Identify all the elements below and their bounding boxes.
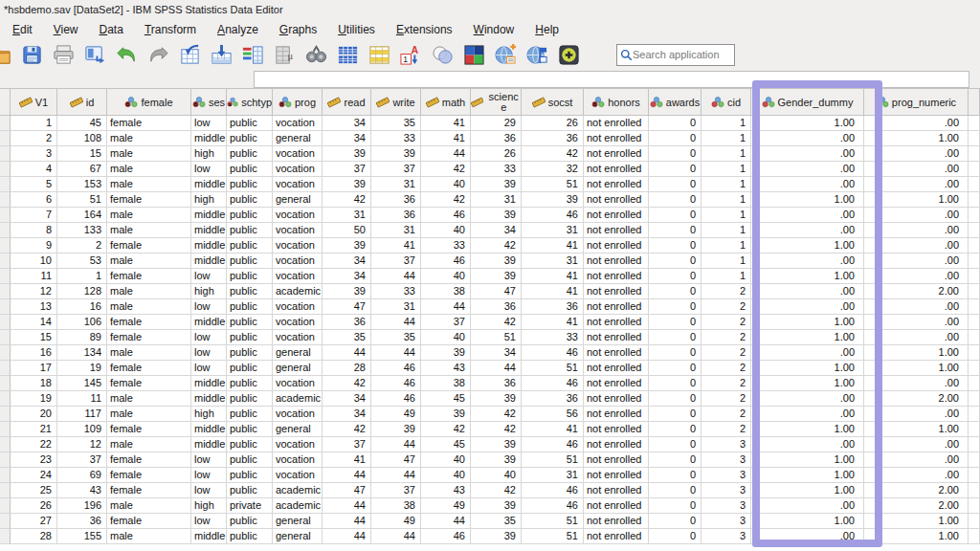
cell-socst-row24[interactable]: 31 bbox=[522, 468, 584, 483]
cell-science-row26[interactable]: 39 bbox=[471, 498, 522, 514]
search-application-input[interactable] bbox=[633, 49, 728, 60]
row-selector[interactable] bbox=[0, 330, 11, 345]
cell-female-row10[interactable]: male bbox=[107, 253, 191, 269]
cell-cid-row18[interactable]: 2 bbox=[702, 376, 751, 391]
cell-write-row3[interactable]: 39 bbox=[371, 146, 421, 162]
cell-cid-row9[interactable]: 1 bbox=[702, 238, 751, 253]
cell-schtyp-row3[interactable]: public bbox=[227, 146, 273, 162]
cell-id-row24[interactable]: 69 bbox=[57, 468, 107, 483]
cell-honors-row9[interactable]: not enrolled bbox=[584, 238, 649, 253]
cell-schtyp-row5[interactable]: public bbox=[227, 177, 273, 192]
cell-socst-row3[interactable]: 42 bbox=[522, 146, 584, 162]
cell-schtyp-row15[interactable]: public bbox=[227, 330, 273, 345]
cell-schtyp-row11[interactable]: public bbox=[227, 269, 273, 284]
cell-V1-row22[interactable]: 22 bbox=[11, 437, 57, 452]
cell-id-row15[interactable]: 89 bbox=[57, 330, 107, 345]
cell-id-row4[interactable]: 67 bbox=[57, 162, 107, 177]
cell-female-row6[interactable]: female bbox=[107, 192, 191, 208]
cell-science-row6[interactable]: 31 bbox=[471, 192, 522, 208]
cell-math-row2[interactable]: 41 bbox=[421, 131, 471, 146]
cell-math-row15[interactable]: 40 bbox=[421, 330, 471, 345]
cell-socst-row11[interactable]: 41 bbox=[522, 269, 584, 284]
column-header-awards[interactable]: awards bbox=[649, 89, 702, 116]
cell-awards-row10[interactable]: 0 bbox=[649, 253, 702, 269]
cell-socst-row20[interactable]: 56 bbox=[522, 407, 584, 422]
cell-female-row1[interactable]: female bbox=[107, 116, 191, 131]
cell-ses-row28[interactable]: middle bbox=[191, 529, 227, 544]
cell-read-row6[interactable]: 42 bbox=[323, 192, 371, 208]
cell-id-row14[interactable]: 106 bbox=[57, 315, 107, 330]
cell-socst-row5[interactable]: 51 bbox=[522, 177, 584, 192]
cell-awards-row13[interactable]: 0 bbox=[649, 299, 702, 315]
cell-awards-row5[interactable]: 0 bbox=[649, 177, 702, 192]
cell-read-row23[interactable]: 41 bbox=[323, 452, 371, 468]
cell-V1-row24[interactable]: 24 bbox=[11, 468, 57, 483]
menu-help[interactable]: Help bbox=[524, 20, 569, 39]
menu-data[interactable]: Data bbox=[89, 20, 134, 39]
cell-prog-row8[interactable]: vocation bbox=[273, 223, 323, 238]
cell-awards-row12[interactable]: 0 bbox=[649, 284, 702, 299]
value-labels-icon[interactable]: 1A bbox=[398, 42, 423, 67]
cell-V1-row23[interactable]: 23 bbox=[11, 452, 57, 468]
cell-socst-row10[interactable]: 31 bbox=[522, 253, 584, 269]
cell-cid-row4[interactable]: 1 bbox=[702, 162, 751, 177]
cell-honors-row10[interactable]: not enrolled bbox=[584, 253, 649, 269]
cell-id-row17[interactable]: 19 bbox=[57, 361, 107, 376]
cell-female-row15[interactable]: female bbox=[107, 330, 191, 345]
cell-honors-row1[interactable]: not enrolled bbox=[584, 116, 649, 131]
cell-honors-row20[interactable]: not enrolled bbox=[584, 407, 649, 422]
cell-cid-row28[interactable]: 3 bbox=[702, 529, 751, 544]
cell-prog-row7[interactable]: vocation bbox=[273, 208, 323, 223]
cell-read-row9[interactable]: 39 bbox=[323, 238, 371, 253]
cell-cid-row22[interactable]: 3 bbox=[702, 437, 751, 452]
cell-cid-row26[interactable]: 3 bbox=[702, 498, 751, 514]
cell-awards-row28[interactable]: 0 bbox=[649, 529, 702, 544]
cell-ses-row14[interactable]: middle bbox=[191, 315, 227, 330]
row-selector[interactable] bbox=[0, 116, 11, 131]
row-selector[interactable] bbox=[0, 483, 11, 498]
cell-awards-row26[interactable]: 0 bbox=[649, 498, 702, 514]
goto-case-icon[interactable] bbox=[177, 42, 202, 67]
cell-science-row13[interactable]: 36 bbox=[471, 299, 522, 315]
cell-math-row1[interactable]: 41 bbox=[421, 116, 471, 131]
cell-V1-row7[interactable]: 7 bbox=[11, 208, 57, 223]
cell-V1-row10[interactable]: 10 bbox=[11, 253, 57, 269]
cell-prog-row13[interactable]: vocation bbox=[273, 299, 323, 315]
cell-V1-row27[interactable]: 27 bbox=[11, 514, 57, 529]
cell-schtyp-row22[interactable]: public bbox=[227, 437, 273, 452]
cell-V1-row3[interactable]: 3 bbox=[11, 146, 57, 162]
column-header-math[interactable]: math bbox=[421, 89, 471, 116]
row-header-corner[interactable] bbox=[0, 89, 11, 116]
menu-transform[interactable]: Transform bbox=[134, 20, 207, 39]
cell-science-row11[interactable]: 39 bbox=[471, 269, 522, 284]
cell-science-row8[interactable]: 34 bbox=[471, 223, 522, 238]
cell-socst-row21[interactable]: 41 bbox=[522, 422, 584, 437]
row-selector[interactable] bbox=[0, 284, 11, 299]
cell-math-row20[interactable]: 39 bbox=[421, 407, 471, 422]
cell-math-row8[interactable]: 40 bbox=[421, 223, 471, 238]
cell-socst-row27[interactable]: 51 bbox=[522, 514, 584, 529]
cell-female-row21[interactable]: female bbox=[107, 422, 191, 437]
cell-write-row1[interactable]: 35 bbox=[371, 116, 421, 131]
cell-V1-row1[interactable]: 1 bbox=[11, 116, 57, 131]
cell-write-row19[interactable]: 46 bbox=[371, 391, 421, 407]
cell-ses-row2[interactable]: middle bbox=[191, 131, 227, 146]
cell-awards-row4[interactable]: 0 bbox=[649, 162, 702, 177]
spss-community-icon[interactable] bbox=[493, 42, 518, 67]
cell-read-row26[interactable]: 44 bbox=[323, 498, 371, 514]
cell-science-row25[interactable]: 42 bbox=[471, 483, 522, 498]
cell-read-row11[interactable]: 34 bbox=[323, 269, 371, 284]
cell-prog-row15[interactable]: vocation bbox=[273, 330, 323, 345]
cell-schtyp-row25[interactable]: public bbox=[227, 483, 273, 498]
cell-schtyp-row8[interactable]: public bbox=[227, 223, 273, 238]
cell-cid-row12[interactable]: 2 bbox=[702, 284, 751, 299]
column-header-read[interactable]: read bbox=[323, 89, 371, 116]
cell-id-row2[interactable]: 108 bbox=[57, 131, 107, 146]
column-header-schtyp[interactable]: aschtyp bbox=[227, 89, 273, 116]
cell-schtyp-row14[interactable]: public bbox=[227, 315, 273, 330]
cell-science-row4[interactable]: 33 bbox=[471, 162, 522, 177]
row-selector[interactable] bbox=[0, 162, 11, 177]
customize-toolbar-icon[interactable] bbox=[556, 42, 581, 67]
cell-female-row17[interactable]: female bbox=[107, 361, 191, 376]
cell-write-row28[interactable]: 44 bbox=[371, 529, 421, 544]
